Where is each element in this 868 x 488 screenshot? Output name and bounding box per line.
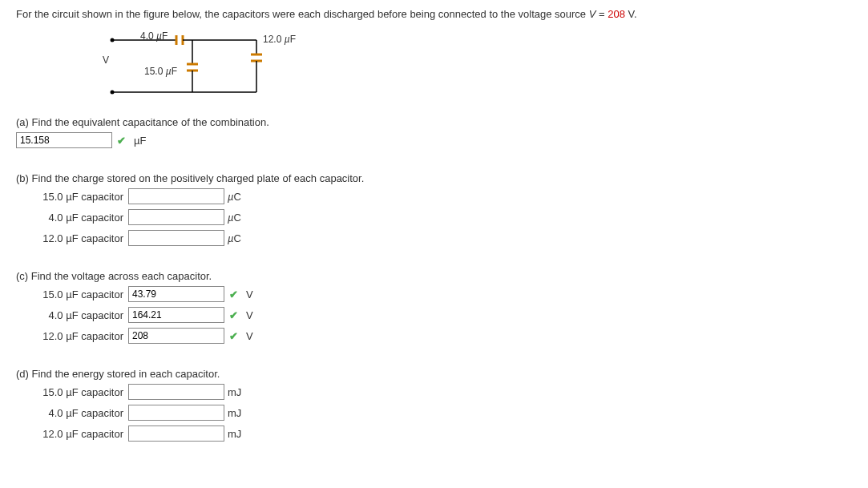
part-b-unit-0: µC [228,191,241,203]
part-c-prompt: (c) Find the voltage across each capacit… [16,270,852,282]
part-b-row-1: 4.0 µF capacitor µC [16,209,852,225]
part-d-input-2[interactable] [128,425,224,442]
part-a-unit: µF [134,135,146,147]
part-b: (b) Find the charge stored on the positi… [16,172,852,246]
part-d-unit-2: mJ [228,428,241,440]
part-a-prompt: (a) Find the equivalent capacitance of t… [16,116,852,128]
part-b-unit-2: µC [228,232,241,244]
part-c-label-0: 15.0 µF capacitor [16,288,128,300]
part-b-input-0[interactable] [128,188,224,204]
part-d-label-2: 12.0 µF capacitor [16,428,128,440]
check-icon: ✔ [229,330,238,342]
part-d-input-0[interactable] [128,384,224,400]
part-c-label-2: 12.0 µF capacitor [16,330,128,342]
part-c-unit-0: V [246,288,253,300]
circuit-diagram: V 4.0 µF 12.0 µF 15.0 µF [96,32,297,104]
problem-value: 208 [608,8,625,20]
part-c-unit-2: V [246,330,253,342]
part-a-row: ✔ µF [16,132,852,148]
part-c: (c) Find the voltage across each capacit… [16,270,852,344]
part-b-row-2: 12.0 µF capacitor µC [16,230,852,246]
part-d-unit-0: mJ [228,386,241,398]
circuit-c1-label: 4.0 µF [140,30,168,42]
part-a-input[interactable] [16,132,112,148]
problem-text-before: For the circuit shown in the figure belo… [16,8,589,20]
part-b-prompt: (b) Find the charge stored on the positi… [16,172,852,184]
part-c-row-0: 15.0 µF capacitor ✔ V [16,286,852,302]
part-b-row-0: 15.0 µF capacitor µC [16,188,852,204]
part-c-row-1: 4.0 µF capacitor ✔ V [16,307,852,323]
circuit-c3-label: 15.0 µF [144,66,177,77]
circuit-v-label: V [103,54,109,66]
part-c-input-1[interactable] [128,307,224,323]
part-d-unit-1: mJ [228,407,241,419]
problem-statement: For the circuit shown in the figure belo… [16,8,852,20]
part-d-label-1: 4.0 µF capacitor [16,407,128,419]
part-d-input-1[interactable] [128,405,224,421]
part-d-prompt: (d) Find the energy stored in each capac… [16,368,852,380]
part-d: (d) Find the energy stored in each capac… [16,368,852,442]
part-d-row-2: 12.0 µF capacitor mJ [16,425,852,442]
part-a: (a) Find the equivalent capacitance of t… [16,116,852,148]
part-d-row-0: 15.0 µF capacitor mJ [16,384,852,400]
part-d-label-0: 15.0 µF capacitor [16,386,128,398]
part-c-label-1: 4.0 µF capacitor [16,309,128,321]
problem-text-after: V. [625,8,637,20]
part-c-input-0[interactable] [128,286,224,302]
svg-point-10 [111,91,115,95]
part-d-row-1: 4.0 µF capacitor mJ [16,405,852,421]
part-b-label-2: 12.0 µF capacitor [16,232,128,244]
problem-equals: = [595,8,608,20]
part-c-unit-1: V [246,309,253,321]
part-b-input-1[interactable] [128,209,224,225]
part-b-input-2[interactable] [128,230,224,246]
check-icon: ✔ [229,309,238,321]
check-icon: ✔ [117,135,126,147]
part-c-row-2: 12.0 µF capacitor ✔ V [16,328,852,344]
check-icon: ✔ [229,288,238,300]
part-b-label-1: 4.0 µF capacitor [16,212,128,224]
part-b-unit-1: µC [228,212,241,224]
part-c-input-2[interactable] [128,328,224,344]
circuit-c2-label: 12.0 µF [263,34,296,45]
part-b-label-0: 15.0 µF capacitor [16,191,128,203]
